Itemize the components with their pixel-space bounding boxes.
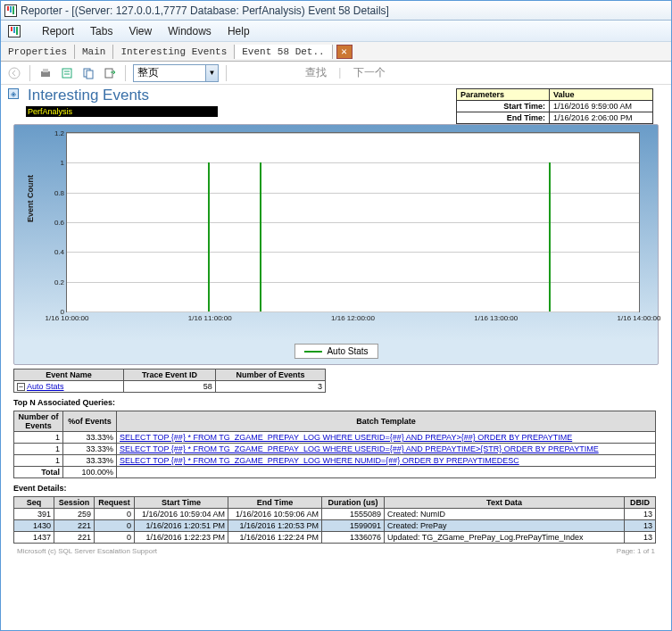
event-details-table: Seq Session Request Start Time End Time … [13, 496, 656, 544]
find-next-link[interactable]: 下一个 [353, 66, 386, 79]
footer-left: Microsoft (c) SQL Server Escalation Supp… [17, 547, 157, 555]
query-template-link[interactable]: SELECT TOP {##} * FROM TG_ZGAME_PREPAY_L… [117, 444, 656, 455]
window-title: Reporter - [(Server: 127.0.0.1,7777 Data… [21, 4, 389, 17]
chart-y-axis-label: Event Count [26, 175, 35, 222]
tab-properties[interactable]: Properties [1, 45, 75, 59]
table-row[interactable]: 143022101/16/2016 1:20:51 PM1/16/2016 1:… [14, 520, 656, 532]
zoom-dropdown-button[interactable]: ▼ [205, 65, 218, 81]
table-row[interactable]: −Auto Stats 58 3 [14, 381, 326, 393]
menu-tabs[interactable]: Tabs [90, 25, 112, 37]
print-button[interactable] [37, 65, 54, 81]
table-row[interactable]: 133.33%SELECT TOP {##} * FROM TG_ZGAME_P… [14, 444, 656, 455]
report-title: Interesting Events [28, 87, 218, 104]
menu-windows[interactable]: Windows [168, 25, 212, 37]
event-summary-table: Event Name Trace Event ID Number of Even… [13, 369, 326, 393]
query-template-link[interactable]: SELECT TOP {##} * FROM TG_ZGAME_PREPAY_L… [117, 432, 656, 444]
window-titlebar: Reporter - [(Server: 127.0.0.1,7777 Data… [1, 1, 671, 21]
chart-x-tick: 1/16 10:00:00 [46, 314, 89, 322]
chart-y-tick: 0.8 [54, 188, 64, 196]
menu-report[interactable]: Report [42, 25, 74, 37]
svg-rect-2 [43, 69, 48, 72]
chart-legend: Auto Stats [294, 344, 377, 359]
svg-point-0 [9, 68, 20, 79]
top-queries-table: Number of Events %of Events Batch Templa… [13, 411, 656, 478]
table-row[interactable]: 39125901/16/2016 10:59:04 AM1/16/2016 10… [14, 509, 656, 520]
tab-interesting-events[interactable]: Interesting Events [113, 45, 235, 59]
zoom-combo[interactable]: ▼ [133, 64, 219, 82]
zoom-input[interactable] [134, 65, 205, 81]
chart-bar [260, 162, 261, 311]
event-name-link[interactable]: Auto Stats [27, 382, 64, 391]
report-body: ◈ Interesting Events PerfAnalysis Parame… [1, 85, 671, 559]
table-row[interactable]: 133.33%SELECT TOP {##} * FROM TG_ZGAME_P… [14, 455, 656, 467]
top-queries-label: Top N Associated Queries: [13, 398, 664, 407]
event-details-label: Event Details: [13, 484, 664, 493]
back-button[interactable] [6, 65, 22, 81]
svg-rect-7 [87, 71, 93, 79]
pushpin-icon[interactable]: ◈ [8, 88, 19, 99]
legend-label: Auto Stats [327, 346, 368, 356]
app-icon [4, 4, 17, 17]
tab-close-button[interactable]: ✕ [336, 45, 353, 59]
report-footer: Microsoft (c) SQL Server Escalation Supp… [17, 547, 655, 555]
menu-view[interactable]: View [129, 25, 152, 37]
row-expander[interactable]: − [17, 383, 25, 391]
footer-right: Page: 1 of 1 [617, 547, 655, 555]
query-template-link[interactable]: SELECT TOP {##} * FROM TG_ZGAME_PREPAY_L… [117, 455, 656, 467]
param-header-value: Value [550, 89, 653, 101]
menu-help[interactable]: Help [228, 25, 250, 37]
chart-y-tick: 1.2 [54, 129, 64, 137]
table-row[interactable]: 143722101/16/2016 1:22:23 PM1/16/2016 1:… [14, 532, 656, 544]
report-toolbar: ▼ 查找 | 下一个 [1, 62, 671, 85]
chart-bar [208, 162, 210, 311]
page-setup-button[interactable] [80, 65, 96, 81]
chart-y-tick: 1 [61, 159, 64, 167]
find-link[interactable]: 查找 [305, 66, 327, 79]
table-row[interactable]: 133.33%SELECT TOP {##} * FROM TG_ZGAME_P… [14, 432, 656, 444]
tab-main[interactable]: Main [75, 45, 113, 59]
param-header-name: Parameters [457, 89, 550, 101]
event-chart: Event Count 00.20.40.60.811.21/16 10:00:… [13, 124, 659, 365]
chart-bar [549, 162, 551, 311]
chart-x-tick: 1/16 12:00:00 [331, 314, 375, 322]
chart-x-tick: 1/16 11:00:00 [188, 314, 232, 322]
table-total-row: Total100.00% [14, 467, 656, 478]
chart-y-tick: 0.4 [54, 248, 64, 256]
chart-plot-area: 00.20.40.60.811.21/16 10:00:001/16 11:00… [66, 132, 640, 312]
print-layout-button[interactable] [59, 65, 75, 81]
menubar: Report Tabs View Windows Help [1, 21, 671, 42]
app-icon-small [8, 25, 21, 37]
svg-rect-8 [105, 69, 112, 78]
chart-y-tick: 0.2 [54, 278, 64, 286]
document-tabs: Properties Main Interesting Events Event… [1, 42, 671, 62]
tab-event-details[interactable]: Event 58 Det.. [235, 45, 332, 59]
export-button[interactable] [102, 65, 118, 81]
svg-rect-3 [62, 69, 71, 78]
database-name-badge: PerfAnalysis [26, 106, 218, 117]
chart-y-tick: 0.6 [54, 219, 64, 227]
chart-x-tick: 1/16 13:00:00 [474, 314, 518, 322]
chart-x-tick: 1/16 14:00:00 [618, 314, 661, 322]
legend-swatch [303, 351, 321, 353]
